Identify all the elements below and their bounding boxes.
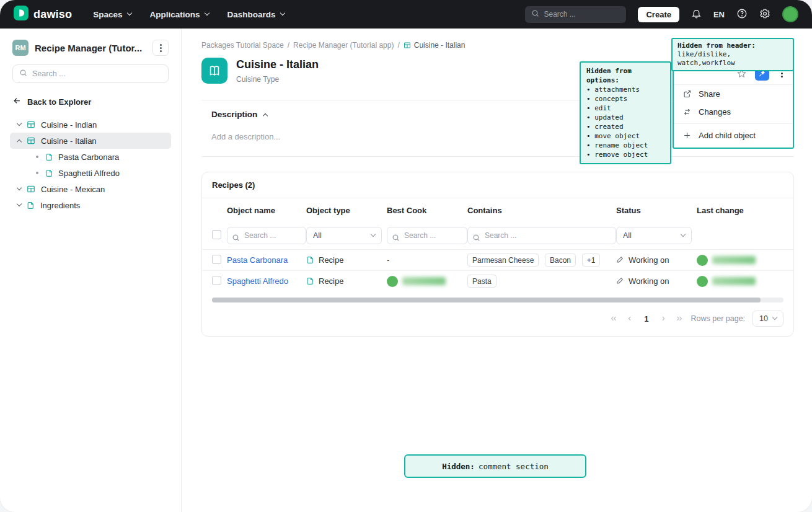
brand-logo[interactable]: dawiso	[14, 6, 72, 23]
breadcrumb-app[interactable]: Recipe Manager (Tutorial app)	[293, 41, 394, 50]
double-chevron-right-icon	[675, 314, 684, 323]
chevron-down-icon	[204, 11, 209, 15]
chevron-down-icon	[17, 201, 22, 206]
annotation-hidden-from-options: Hidden from options: attachments concept…	[580, 61, 671, 164]
annotation-list-item: move object	[586, 131, 664, 141]
settings-button[interactable]	[759, 8, 770, 21]
search-icon	[392, 234, 400, 242]
breadcrumb-current[interactable]: Cuisine - Italian	[404, 41, 466, 50]
status-cell[interactable]: Working on	[616, 255, 697, 265]
nav-dashboards[interactable]: Dashboards	[227, 10, 285, 19]
bell-icon	[691, 8, 702, 20]
swap-arrows-icon	[682, 107, 692, 117]
status-cell[interactable]: Working on	[616, 276, 697, 286]
filter-status-select[interactable]: All	[616, 227, 692, 244]
tree-item-spaghetti-alfredo[interactable]: Spaghetti Alfredo	[10, 165, 171, 181]
last-change-cell	[697, 255, 783, 266]
chevron-down-icon	[772, 315, 777, 320]
tree-item-pasta-carbonara[interactable]: Pasta Carbonara	[10, 149, 171, 165]
nav-applications[interactable]: Applications	[150, 10, 209, 19]
sidebar-search[interactable]	[12, 64, 169, 83]
chevron-down-icon	[17, 121, 22, 126]
annotation-list-item: edit	[586, 104, 664, 113]
help-button[interactable]	[736, 8, 748, 21]
table-filter-row: All	[202, 222, 793, 249]
contains-cell: Parmesan Cheese Bacon +1	[467, 254, 616, 267]
select-all-checkbox[interactable]	[212, 230, 221, 239]
arrow-left-icon	[12, 96, 22, 107]
recipes-card-title: Recipes (2)	[202, 172, 793, 198]
first-page-button[interactable]	[609, 314, 618, 323]
double-chevron-left-icon	[609, 314, 618, 323]
contains-tag[interactable]: Bacon	[545, 254, 576, 267]
row-checkbox[interactable]	[212, 276, 221, 285]
object-type-icon	[404, 42, 411, 49]
user-avatar[interactable]	[782, 6, 798, 22]
object-type-icon	[27, 120, 35, 129]
workspace-menu-button[interactable]	[152, 40, 169, 56]
object-type-icon	[27, 136, 35, 145]
redacted-username	[402, 277, 446, 285]
menu-item-add-child-object[interactable]: Add child object	[674, 126, 793, 144]
page-subtitle: Cuisine Type	[236, 75, 319, 84]
breadcrumb-space[interactable]: Packages Tutorial Space	[201, 41, 284, 50]
plus-icon	[682, 131, 692, 140]
tree-item-cuisine-mexican[interactable]: Cuisine - Mexican	[10, 181, 171, 197]
app-window: dawiso Spaces Applications Dashboards Cr…	[0, 0, 812, 512]
row-checkbox[interactable]	[212, 255, 221, 264]
object-link-spaghetti-alfredo[interactable]: Spaghetti Alfredo	[227, 276, 288, 286]
user-avatar	[387, 276, 398, 287]
chevron-down-icon	[17, 185, 22, 190]
tree-item-ingredients[interactable]: Ingredients	[10, 197, 171, 213]
menu-item-share[interactable]: Share	[674, 85, 793, 103]
last-change-cell	[697, 276, 783, 287]
contains-more-tag[interactable]: +1	[582, 254, 601, 267]
brand-name: dawiso	[33, 8, 72, 21]
scrollbar-thumb[interactable]	[212, 298, 761, 302]
search-icon	[472, 234, 480, 242]
workspace-header: RM Recipe Manager (Tutor...	[0, 37, 181, 63]
chevron-left-icon	[625, 314, 634, 323]
global-search-input[interactable]	[544, 10, 620, 19]
chevron-down-icon	[371, 232, 376, 237]
filter-object-type-select[interactable]: All	[306, 227, 382, 244]
prev-page-button[interactable]	[625, 314, 634, 323]
page-title: Cuisine - Italian	[236, 58, 319, 71]
language-selector[interactable]: EN	[713, 10, 725, 19]
annotation-list-item: updated	[586, 113, 664, 122]
chevron-down-icon	[681, 232, 686, 237]
cuisine-type-icon	[201, 58, 227, 84]
recipes-table-card: Recipes (2) Object name Object type Best…	[201, 172, 794, 337]
current-page[interactable]: 1	[642, 314, 651, 324]
filter-contains-input[interactable]	[467, 227, 616, 244]
rows-per-page-select[interactable]: 10	[752, 311, 783, 327]
horizontal-scrollbar	[212, 298, 783, 302]
contains-tag[interactable]: Pasta	[467, 275, 496, 288]
sidebar-search-input[interactable]	[32, 69, 162, 78]
chevron-up-icon	[263, 113, 268, 118]
sidebar: RM Recipe Manager (Tutor... Back to Expl…	[0, 29, 182, 512]
contains-tag[interactable]: Parmesan Cheese	[467, 254, 539, 267]
tree-item-cuisine-indian[interactable]: Cuisine - Indian	[10, 117, 171, 133]
object-link-pasta-carbonara[interactable]: Pasta Carbonara	[227, 255, 288, 265]
chevron-right-icon	[659, 314, 668, 323]
tree-item-cuisine-italian[interactable]: Cuisine - Italian	[10, 133, 171, 149]
nav-spaces[interactable]: Spaces	[93, 10, 131, 19]
rows-per-page-label: Rows per page:	[691, 314, 746, 323]
last-page-button[interactable]	[675, 314, 684, 323]
menu-item-changes[interactable]: Changes	[674, 103, 793, 121]
document-icon	[45, 153, 53, 161]
create-button[interactable]: Create	[638, 7, 679, 22]
notifications-button[interactable]	[691, 8, 702, 20]
search-icon	[232, 234, 240, 242]
gear-icon	[759, 8, 770, 21]
menu-divider	[674, 123, 793, 124]
dawiso-logo-icon	[14, 6, 29, 23]
contains-cell: Pasta	[467, 275, 616, 288]
back-to-explorer-link[interactable]: Back to Explorer	[0, 83, 181, 115]
col-object-name: Object name	[227, 206, 306, 215]
global-search[interactable]	[525, 6, 626, 23]
topbar-actions: Create EN	[525, 6, 798, 23]
help-icon	[736, 8, 748, 21]
next-page-button[interactable]	[659, 314, 668, 323]
